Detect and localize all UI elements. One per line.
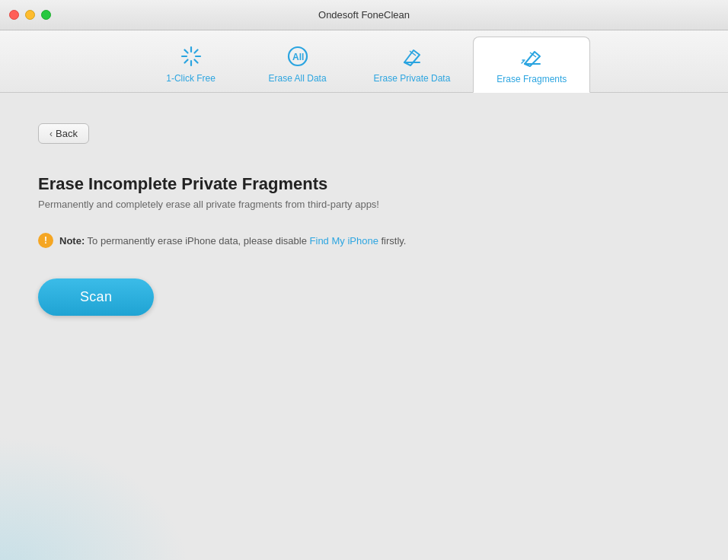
- note-label: Note:: [59, 235, 85, 247]
- back-button[interactable]: ‹ Back: [38, 123, 89, 144]
- svg-line-6: [194, 50, 197, 53]
- note-row: ! Note: To permanently erase iPhone data…: [38, 233, 690, 248]
- one-click-free-icon: [177, 43, 205, 70]
- note-body: To permanently erase iPhone data, please…: [85, 235, 309, 247]
- erase-fragments-icon: [518, 43, 545, 71]
- page-subtitle: Permanently and completely erase all pri…: [38, 199, 690, 210]
- svg-text:All: All: [292, 52, 304, 62]
- tab-erase-fragments[interactable]: Erase Fragments: [473, 37, 590, 93]
- back-button-label: Back: [56, 128, 78, 139]
- traffic-lights: [9, 10, 51, 20]
- tab-erase-all-data-label: Erase All Data: [269, 73, 327, 84]
- erase-private-data-icon: [398, 43, 426, 70]
- tab-erase-all-data[interactable]: All Erase All Data: [244, 37, 351, 92]
- tab-one-click-free[interactable]: 1-Click Free: [138, 37, 244, 92]
- title-bar: Ondesoft FoneClean: [0, 0, 728, 30]
- note-text: Note: To permanently erase iPhone data, …: [59, 235, 406, 247]
- svg-line-4: [184, 50, 187, 53]
- minimize-button[interactable]: [25, 10, 35, 20]
- app-title: Ondesoft FoneClean: [318, 9, 410, 21]
- warning-icon: !: [38, 233, 53, 248]
- tab-one-click-free-label: 1-Click Free: [166, 73, 216, 84]
- svg-line-5: [194, 60, 197, 63]
- tab-erase-private-data[interactable]: Erase Private Data: [351, 37, 474, 92]
- toolbar: 1-Click Free All Erase All Data Erase Pr…: [0, 30, 728, 93]
- svg-line-15: [522, 61, 524, 63]
- note-suffix: firstly.: [378, 235, 407, 247]
- main-content: ‹ Back Erase Incomplete Private Fragment…: [0, 93, 728, 560]
- close-button[interactable]: [9, 10, 19, 20]
- maximize-button[interactable]: [41, 10, 51, 20]
- scan-button[interactable]: Scan: [38, 278, 154, 316]
- tab-erase-private-data-label: Erase Private Data: [374, 73, 451, 84]
- decoration: [0, 436, 190, 560]
- page-title: Erase Incomplete Private Fragments: [38, 174, 690, 194]
- erase-all-data-icon: All: [284, 43, 311, 70]
- tab-erase-fragments-label: Erase Fragments: [497, 74, 567, 84]
- svg-line-7: [184, 60, 187, 63]
- find-my-iphone-link[interactable]: Find My iPhone: [310, 235, 378, 247]
- back-arrow-icon: ‹: [49, 129, 53, 139]
